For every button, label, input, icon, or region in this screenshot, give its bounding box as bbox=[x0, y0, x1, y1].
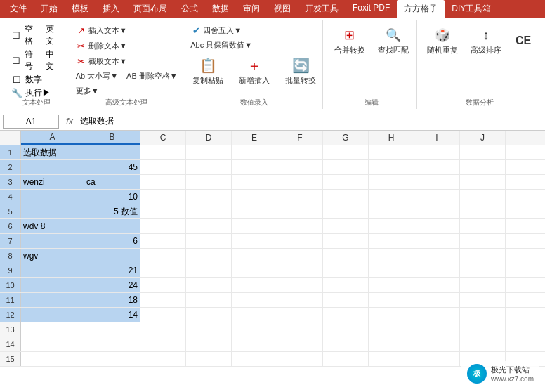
cell-4-H[interactable] bbox=[369, 190, 414, 204]
tab-page-layout[interactable]: 页面布局 bbox=[126, 0, 174, 18]
row-header-12[interactable]: 12 bbox=[0, 308, 21, 322]
col-header-g[interactable]: G bbox=[323, 131, 369, 145]
tab-data[interactable]: 数据 bbox=[205, 0, 236, 18]
cell-12-C[interactable] bbox=[140, 308, 186, 322]
cell-6-A[interactable]: wdv 8 bbox=[21, 219, 84, 233]
tab-view[interactable]: 视图 bbox=[267, 0, 298, 18]
cell-8-G[interactable] bbox=[323, 249, 369, 263]
cell-12-D[interactable] bbox=[186, 308, 232, 322]
ce-btn[interactable]: CE bbox=[509, 29, 537, 54]
cell-15-H[interactable] bbox=[369, 352, 414, 366]
cell-8-F[interactable] bbox=[277, 249, 323, 263]
col-header-e[interactable]: E bbox=[232, 131, 277, 145]
cell-14-G[interactable] bbox=[323, 337, 369, 351]
sort-btn[interactable]: ↕ 高级排序 bbox=[466, 23, 506, 59]
cell-4-G[interactable] bbox=[323, 190, 369, 204]
cell-6-H[interactable] bbox=[369, 219, 414, 233]
cell-7-I[interactable] bbox=[414, 234, 460, 248]
cell-1-E[interactable] bbox=[232, 145, 277, 159]
cell-9-I[interactable] bbox=[414, 263, 460, 277]
cell-2-B[interactable]: 45 bbox=[84, 160, 140, 174]
cell-14-J[interactable] bbox=[460, 337, 506, 351]
cell-12-H[interactable] bbox=[369, 308, 414, 322]
cell-11-H[interactable] bbox=[369, 293, 414, 307]
row-header-3[interactable]: 3 bbox=[0, 175, 21, 189]
cell-13-A[interactable] bbox=[21, 322, 84, 337]
cell-7-E[interactable] bbox=[232, 234, 277, 248]
cell-7-B[interactable]: 6 bbox=[84, 234, 140, 248]
cell-9-F[interactable] bbox=[277, 263, 323, 277]
cell-14-E[interactable] bbox=[232, 337, 277, 351]
copy-paste-btn[interactable]: 📋 复制粘贴 bbox=[188, 53, 228, 89]
cell-15-D[interactable] bbox=[186, 352, 232, 366]
cell-15-A[interactable] bbox=[21, 352, 84, 366]
cell-10-C[interactable] bbox=[140, 278, 186, 292]
cell-5-H[interactable] bbox=[369, 204, 414, 218]
cell-10-I[interactable] bbox=[414, 278, 460, 292]
cell-10-E[interactable] bbox=[232, 278, 277, 292]
cell-11-D[interactable] bbox=[186, 293, 232, 307]
remove-space-btn[interactable]: AB 删除空格▼ bbox=[124, 70, 180, 83]
insert-text-btn[interactable]: ↗ 插入文本▼ bbox=[73, 23, 130, 37]
cell-2-A[interactable] bbox=[21, 160, 84, 174]
col-header-a[interactable]: A bbox=[21, 131, 84, 145]
cell-5-B[interactable]: 5 数值 bbox=[84, 204, 140, 218]
cell-1-F[interactable] bbox=[277, 145, 323, 159]
cell-10-B[interactable]: 24 bbox=[84, 278, 140, 292]
tab-formula[interactable]: 公式 bbox=[174, 0, 205, 18]
row-header-9[interactable]: 9 bbox=[0, 263, 21, 277]
cell-15-C[interactable] bbox=[140, 352, 186, 366]
cell-4-A[interactable] bbox=[21, 190, 84, 204]
cell-2-H[interactable] bbox=[369, 160, 414, 174]
cell-13-C[interactable] bbox=[140, 322, 186, 337]
cell-2-J[interactable] bbox=[460, 160, 506, 174]
cell-12-A[interactable] bbox=[21, 308, 84, 322]
cell-15-B[interactable] bbox=[84, 352, 140, 366]
tab-developer[interactable]: 开发工具 bbox=[298, 0, 346, 18]
cell-4-I[interactable] bbox=[414, 190, 460, 204]
cell-15-E[interactable] bbox=[232, 352, 277, 366]
cell-11-J[interactable] bbox=[460, 293, 506, 307]
cell-2-E[interactable] bbox=[232, 160, 277, 174]
tab-ffjgz[interactable]: 方方格子 bbox=[397, 0, 445, 18]
cell-3-G[interactable] bbox=[323, 175, 369, 189]
cell-ref-box[interactable] bbox=[3, 115, 59, 129]
cell-11-F[interactable] bbox=[277, 293, 323, 307]
cell-9-D[interactable] bbox=[186, 263, 232, 277]
tab-template[interactable]: 模板 bbox=[65, 0, 96, 18]
cell-13-G[interactable] bbox=[323, 322, 369, 337]
cell-3-D[interactable] bbox=[186, 175, 232, 189]
cell-5-E[interactable] bbox=[232, 204, 277, 218]
cell-8-E[interactable] bbox=[232, 249, 277, 263]
cell-14-B[interactable] bbox=[84, 337, 140, 351]
cell-11-E[interactable] bbox=[232, 293, 277, 307]
row-header-4[interactable]: 4 bbox=[0, 190, 21, 204]
more-btn[interactable]: 更多▼ bbox=[73, 84, 102, 98]
cell-6-B[interactable] bbox=[84, 219, 140, 233]
tab-diy[interactable]: DIY工具箱 bbox=[445, 0, 498, 18]
cell-1-B[interactable] bbox=[84, 145, 140, 159]
cell-2-I[interactable] bbox=[414, 160, 460, 174]
cell-4-J[interactable] bbox=[460, 190, 506, 204]
cell-1-G[interactable] bbox=[323, 145, 369, 159]
cell-5-G[interactable] bbox=[323, 204, 369, 218]
case-btn[interactable]: Ab 大小写▼ bbox=[73, 70, 121, 83]
col-header-b[interactable]: B bbox=[84, 131, 140, 145]
cell-9-C[interactable] bbox=[140, 263, 186, 277]
tab-review[interactable]: 审阅 bbox=[236, 0, 267, 18]
cell-10-F[interactable] bbox=[277, 278, 323, 292]
cell-4-D[interactable] bbox=[186, 190, 232, 204]
cell-1-D[interactable] bbox=[186, 145, 232, 159]
cell-9-B[interactable]: 21 bbox=[84, 263, 140, 277]
tab-foxit[interactable]: Foxit PDF bbox=[346, 0, 397, 18]
row-header-10[interactable]: 10 bbox=[0, 278, 21, 292]
cell-3-F[interactable] bbox=[277, 175, 323, 189]
cell-14-H[interactable] bbox=[369, 337, 414, 351]
cell-6-I[interactable] bbox=[414, 219, 460, 233]
cell-1-A[interactable]: 选取数据 bbox=[21, 145, 84, 159]
cell-12-F[interactable] bbox=[277, 308, 323, 322]
cell-8-A[interactable]: wgv bbox=[21, 249, 84, 263]
cell-8-H[interactable] bbox=[369, 249, 414, 263]
merge-btn[interactable]: ⊞ 合并转换 bbox=[329, 23, 370, 59]
row-header-15[interactable]: 15 bbox=[0, 352, 21, 366]
